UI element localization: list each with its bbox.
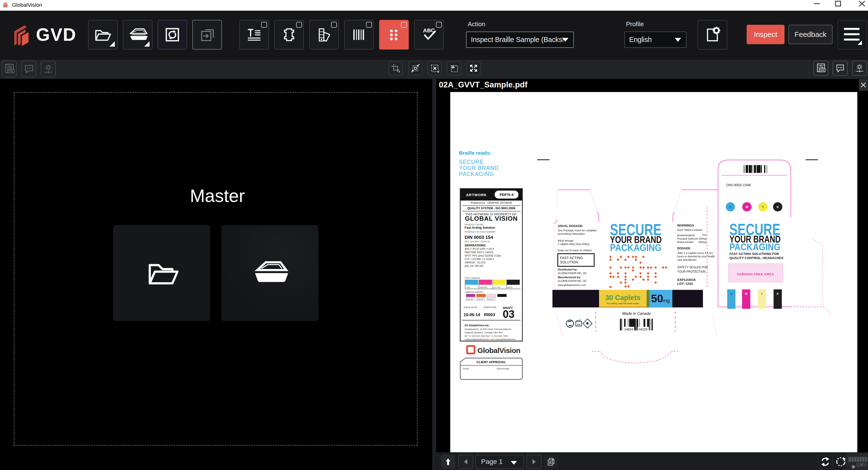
svg-text:SEPARATIONS:: SEPARATIONS: [465, 244, 486, 247]
svg-text:GLOBALVISION INC, QC: GLOBALVISION INC, QC [558, 272, 587, 275]
svg-text:45% C 0% M 100% Y 0% K: 45% C 0% M 100% Y 0% K [465, 248, 494, 250]
svg-text:PDF/X-4: PDF/X-4 [499, 192, 514, 197]
svg-text:See Package Insert for complet: See Package Insert for complete [558, 229, 597, 232]
svg-text:YOUR BRAND: YOUR BRAND [459, 165, 499, 171]
svg-text:For safety, read full insert n: For safety, read full insert notes [607, 302, 639, 305]
svg-text:ARTWORK: ARTWORK [466, 193, 487, 197]
svg-text:50: 50 [651, 292, 663, 305]
svg-text:C: C [731, 292, 732, 295]
svg-text:K: K [777, 292, 779, 295]
svg-text:FAST ACTING: FAST ACTING [560, 256, 583, 260]
svg-text:REF. 10x DPC GVSN 15: REF. 10x DPC GVSN 15 [465, 240, 490, 243]
svg-text:hours or directed by your heal: hours or directed by your health [677, 255, 715, 258]
svg-text:03: 03 [503, 308, 515, 320]
svg-text:PACKAGING: PACKAGING [459, 171, 494, 177]
svg-text:BLACK: BLACK [507, 286, 513, 288]
svg-text:USUAL DOSAGE:: USUAL DOSAGE: [558, 224, 583, 228]
svg-text:Take 1-2 caplets every 4-6 hrs: Take 1-2 caplets every 4-6 hrs [677, 251, 713, 254]
svg-text:DIN 0003 1546: DIN 0003 1546 [726, 183, 751, 187]
svg-text:GlobalVision: GlobalVision [477, 346, 520, 354]
svg-text:YELLOW: YELLOW [493, 286, 500, 288]
svg-text:M: M [746, 206, 748, 209]
svg-text:Each Tablet Contains:: Each Tablet Contains: [677, 228, 703, 231]
svg-text:tel: +1 514 624 4422 fax: +1: tel: +1 514 624 4422 fax: +1 514 624 765… [465, 335, 508, 337]
svg-text:PACKAGING: PACKAGING [730, 242, 780, 252]
svg-text:RI003: RI003 [484, 312, 495, 317]
svg-text:Prepared by : GRAPHIC DIVISIO: Prepared by : GRAPHIC DIVISION [471, 201, 512, 204]
svg-text:WARNINGS: WARNINGS [677, 224, 694, 227]
svg-text:Y: Y [762, 206, 764, 209]
svg-text:SOLUTION: SOLUTION [560, 260, 578, 264]
svg-text:PACKAGING: PACKAGING [610, 242, 661, 253]
svg-text:GLOBALVISION INC, QC: GLOBALVISION INC, QC [558, 279, 587, 282]
svg-text:K: K [777, 206, 779, 209]
svg-text:FAST ACTING SOLUTIONS FOR: FAST ACTING SOLUTIONS FOR [730, 252, 779, 256]
svg-text:OPERATOR: OPERATOR [484, 306, 496, 309]
svg-text:44225: 44225 [639, 327, 648, 331]
svg-text:SPOT: PPS (pms) 032/DIE 0.25pt: SPOT: PPS (pms) 032/DIE 0.25pt [465, 254, 501, 257]
svg-text:Adult dosage:: Adult dosage: [558, 239, 574, 242]
svg-text:DIN 0003 154: DIN 0003 154 [465, 235, 493, 240]
svg-text:5mg: 5mg [702, 233, 706, 236]
svg-text:3*U: 3*U [577, 323, 580, 326]
svg-text:Colour Swatches: Colour Swatches [465, 277, 480, 279]
svg-text:CYAN: CYAN [466, 286, 470, 288]
svg-text:QUALITY CONTROL. HEADACHES: QUALITY CONTROL. HEADACHES [730, 256, 783, 260]
svg-text:care practitioner.: care practitioner. [677, 258, 697, 261]
svg-text:30 Caplets: 30 Caplets [605, 294, 640, 302]
svg-text:SAFETY SEALED FOR: SAFETY SEALED FOR [677, 265, 708, 269]
svg-text:550mg: 550mg [699, 241, 706, 244]
svg-text:Acetaminophen: Acetaminophen [677, 234, 695, 237]
svg-text:Procaine hydrochl.: Procaine hydrochl. [677, 237, 698, 240]
svg-text:Braille reads:: Braille reads: [459, 150, 491, 156]
svg-text:Additional Swatches: Additional Swatches [465, 291, 483, 293]
svg-text:14624: 14624 [624, 327, 633, 331]
svg-text:PRODUCT ID / DIN NUMBER: PRODUCT ID / DIN NUMBER [465, 230, 495, 233]
svg-text:M: M [745, 292, 747, 295]
svg-text:Distributed by:: Distributed by: [558, 268, 578, 271]
svg-text:PMS 667: PMS 667 [477, 299, 484, 300]
svg-text:MAGENTA: MAGENTA [479, 286, 487, 288]
svg-text:Headquarters: 16 800 route Tra: Headquarters: 16 800 route Transcanadien… [465, 328, 512, 331]
svg-text:EXP12/2016: EXP12/2016 [677, 278, 696, 282]
svg-text:YOUR PROTECTION.: YOUR PROTECTION. [677, 270, 706, 273]
svg-text:gSq. ink: 280 650: gSq. ink: 280 650 [465, 264, 484, 267]
svg-text:DOSAGE: DOSAGE [677, 247, 690, 250]
svg-text:GLOBAL VISION: GLOBAL VISION [465, 215, 518, 222]
svg-text:PMS 660: PMS 660 [467, 299, 473, 300]
svg-text:prescribing information: prescribing information [558, 232, 585, 235]
svg-text:QUALITY SYSTEM - ISO 9001:2008: QUALITY SYSTEM - ISO 9001:2008 [467, 207, 515, 210]
svg-text:ABC: ABC [423, 27, 435, 33]
svg-text:VARNISH FREE AREA: VARNISH FREE AREA [737, 272, 774, 276]
svg-text:DATE:: DATE: [463, 368, 469, 370]
svg-text:Manufactured by:: Manufactured by: [558, 276, 581, 279]
svg-text:C: C [730, 206, 732, 209]
svg-text:GV GlobalVision Inc.: GV GlobalVision Inc. [465, 324, 490, 327]
svg-text:SIGNATURE:: SIGNATURE: [497, 368, 510, 370]
svg-text:100mg: 100mg [699, 237, 706, 240]
svg-text:ISSUE DATE: ISSUE DATE [464, 306, 477, 309]
svg-text:mg: mg [663, 297, 670, 303]
svg-text:2 caplets daily (max 8/day): 2 caplets daily (max 8/day) [558, 243, 590, 245]
svg-text:LOT: 1234: LOT: 1234 [677, 282, 693, 285]
svg-text:Kirkland (Quebec), Canada H9H: Kirkland (Quebec), Canada H9H 4M7 [465, 331, 503, 334]
svg-text:Made in Canada: Made in Canada [622, 311, 651, 316]
svg-text:10-06-14: 10-06-14 [464, 312, 480, 317]
svg-text:www.globalvisioninc.com: www.globalvisioninc.com [558, 284, 586, 286]
svg-text:SECURE: SECURE [459, 159, 484, 165]
svg-text:CUT + SCORE 1-2 COATS: CUT + SCORE 1-2 COATS [465, 258, 494, 260]
svg-text:support@globalvisioninc.com w: support@globalvisioninc.com www.globalvi… [465, 338, 516, 341]
svg-text:CLIENT APPROVAL: CLIENT APPROVAL [476, 360, 506, 364]
svg-text:Y: Y [761, 292, 763, 295]
svg-text:Keep out of reach of children: Keep out of reach of children [558, 249, 592, 252]
svg-text:PMS 674: PMS 674 [487, 299, 494, 300]
svg-text:Fast Acting Solution: Fast Acting Solution [465, 226, 495, 229]
svg-text:PDF: PDF [820, 69, 825, 71]
svg-text:PANTONE 2925 C #44225: PANTONE 2925 C #44225 [465, 251, 493, 254]
svg-text:VARNISH : GLOSS: VARNISH : GLOSS [465, 261, 486, 264]
svg-text:PRODUCT NAME: PRODUCT NAME [465, 223, 483, 226]
svg-text:Brand minister: Brand minister [677, 241, 694, 244]
svg-text:PDF: PDF [8, 69, 13, 72]
